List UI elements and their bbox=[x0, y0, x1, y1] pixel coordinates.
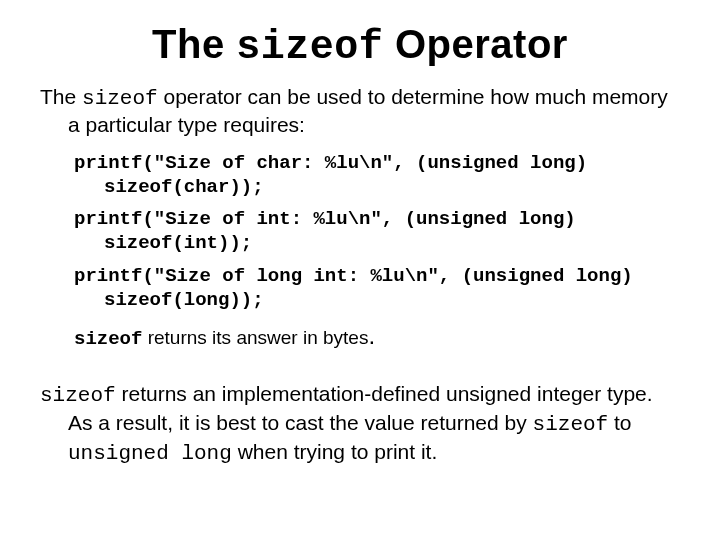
code-line-3: printf("Size of long int: %lu\n", (unsig… bbox=[74, 264, 680, 313]
code-line-2: printf("Size of int: %lu\n", (unsigned l… bbox=[74, 207, 680, 256]
closing-code-3: unsigned long bbox=[68, 442, 232, 465]
slide-title: The sizeof Operator bbox=[40, 22, 680, 70]
closing-code-1: sizeof bbox=[40, 384, 116, 407]
intro-code: sizeof bbox=[82, 87, 158, 110]
note-line: sizeof returns its answer in bytes. bbox=[74, 320, 680, 353]
closing-paragraph: sizeof returns an implementation-defined… bbox=[40, 381, 680, 468]
title-code: sizeof bbox=[236, 25, 383, 70]
slide: The sizeof Operator The sizeof operator … bbox=[0, 0, 720, 540]
note-code: sizeof bbox=[74, 328, 142, 350]
intro-paragraph: The sizeof operator can be used to deter… bbox=[40, 84, 680, 139]
closing-code-2: sizeof bbox=[533, 413, 609, 436]
closing-text-2: to bbox=[608, 411, 631, 434]
intro-post: operator can be used to determine how mu… bbox=[68, 85, 668, 136]
title-post: Operator bbox=[383, 22, 568, 66]
closing-text-3: when trying to print it. bbox=[232, 440, 437, 463]
intro-pre: The bbox=[40, 85, 82, 108]
title-pre: The bbox=[152, 22, 236, 66]
note-text: returns its answer in bytes bbox=[142, 327, 368, 348]
code-block: printf("Size of char: %lu\n", (unsigned … bbox=[74, 151, 680, 313]
note-dot: . bbox=[368, 322, 375, 349]
code-line-1: printf("Size of char: %lu\n", (unsigned … bbox=[74, 151, 680, 200]
